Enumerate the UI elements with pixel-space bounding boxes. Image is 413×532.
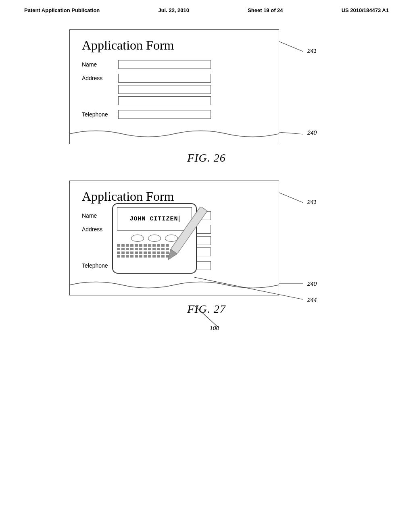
key <box>117 248 120 250</box>
fig26-wave <box>70 126 279 144</box>
device-cursor <box>179 216 179 222</box>
key <box>117 251 120 254</box>
key <box>152 248 156 250</box>
date-label: Jul. 22, 2010 <box>158 7 189 13</box>
key <box>166 251 169 254</box>
key <box>130 251 133 254</box>
key <box>157 248 160 250</box>
fig26-container: Application Form Name Address <box>69 29 344 144</box>
device-screen-text: JOHN CITIZEN <box>129 216 178 222</box>
fig26-name-row: Name <box>82 60 267 69</box>
key <box>130 248 133 250</box>
key <box>139 248 142 250</box>
fig27-ref-100: 100 <box>210 325 219 331</box>
fig26-ref-240: 240 <box>307 129 317 136</box>
device-btn-3 <box>165 235 178 242</box>
key <box>148 251 151 254</box>
main-content: Application Form Name Address <box>0 17 413 344</box>
fig26-address-input-3 <box>118 96 211 105</box>
key <box>144 244 147 247</box>
fig27-label: FIG. 27 <box>187 303 226 316</box>
fig27-form-title: Application Form <box>82 189 267 204</box>
key <box>121 244 125 247</box>
fig26-form-box: Application Form Name Address <box>69 29 279 144</box>
keypad-row-3 <box>117 251 192 254</box>
fig26-name-label: Name <box>82 61 118 68</box>
key <box>152 251 156 254</box>
device-buttons <box>113 232 196 242</box>
key <box>148 248 151 250</box>
key <box>121 251 125 254</box>
key <box>139 244 142 247</box>
device-screen: JOHN CITIZEN <box>117 207 192 231</box>
key <box>121 248 125 250</box>
key <box>117 255 120 258</box>
key <box>166 244 169 247</box>
page-header: Patent Application Publication Jul. 22, … <box>0 0 413 17</box>
key <box>157 251 160 254</box>
fig26-address-group: Address <box>82 74 267 105</box>
fig27-ref-244: 244 <box>307 297 317 303</box>
key <box>161 251 165 254</box>
key <box>139 255 142 258</box>
key <box>126 255 129 258</box>
publication-label: Patent Application Publication <box>24 7 100 13</box>
fig26-form-title: Application Form <box>82 38 267 53</box>
fig27-wave <box>70 277 279 295</box>
fig26-ref-241: 241 <box>307 48 317 54</box>
handheld-device: JOHN CITIZEN <box>112 203 197 274</box>
fig26-telephone-row: Telephone <box>82 110 267 119</box>
fig27-container: Application Form Name Address <box>69 181 344 295</box>
key <box>144 251 147 254</box>
key <box>161 244 165 247</box>
key <box>135 248 138 250</box>
device-keypad <box>117 244 192 258</box>
key <box>126 251 129 254</box>
fig26-name-input <box>118 60 211 69</box>
device-btn-1 <box>131 235 144 242</box>
key <box>135 251 138 254</box>
svg-line-4 <box>279 193 303 203</box>
key <box>126 244 129 247</box>
svg-line-0 <box>279 42 303 52</box>
figure-26-block: Application Form Name Address <box>32 29 381 164</box>
fig26-telephone-label: Telephone <box>82 111 118 118</box>
key <box>130 244 133 247</box>
keypad-row-4 <box>117 255 192 258</box>
key <box>148 255 151 258</box>
fig26-telephone-input <box>118 110 211 119</box>
key <box>157 255 160 258</box>
key <box>161 248 165 250</box>
svg-line-1 <box>279 132 303 134</box>
key <box>135 255 138 258</box>
key <box>144 248 147 250</box>
fig27-ref-241: 241 <box>307 199 317 205</box>
patent-number-label: US 2010/184473 A1 <box>342 7 389 13</box>
key <box>166 248 169 250</box>
sheet-label: Sheet 19 of 24 <box>248 7 283 13</box>
key <box>144 255 147 258</box>
key <box>130 255 133 258</box>
fig26-address-input-1 <box>118 74 211 83</box>
fig27-ref-240: 240 <box>307 281 317 287</box>
key <box>121 255 125 258</box>
keypad-row-2 <box>117 248 192 250</box>
key <box>152 255 156 258</box>
device-btn-2 <box>148 235 161 242</box>
key <box>166 255 169 258</box>
fig26-address-input-2 <box>118 85 211 94</box>
fig26-label: FIG. 26 <box>187 152 226 164</box>
key <box>139 251 142 254</box>
fig26-address-label: Address <box>82 74 118 81</box>
fig26-address-inputs <box>118 74 211 105</box>
keypad-row-1 <box>117 244 192 247</box>
key <box>148 244 151 247</box>
key <box>161 255 165 258</box>
key <box>135 244 138 247</box>
key <box>157 244 160 247</box>
key <box>117 244 120 247</box>
figure-27-block: Application Form Name Address <box>32 181 381 316</box>
fig27-form-box: Application Form Name Address <box>69 181 279 295</box>
key <box>126 248 129 250</box>
key <box>152 244 156 247</box>
